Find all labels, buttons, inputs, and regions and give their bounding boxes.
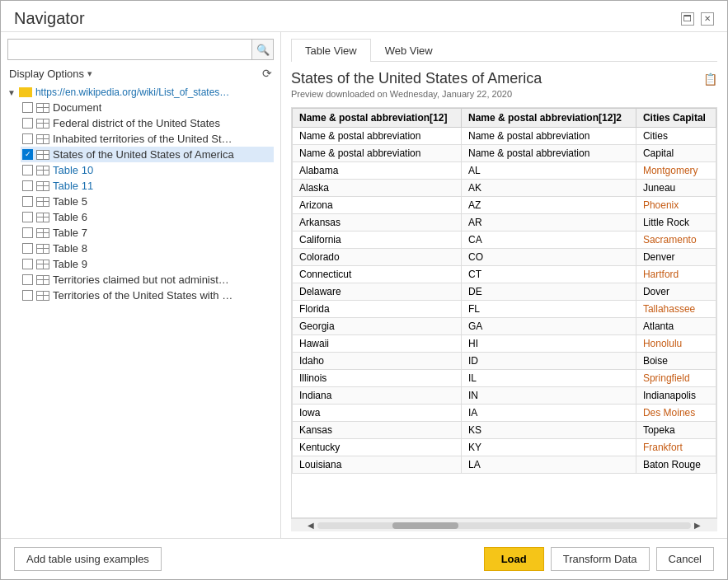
- tree-item-checkbox[interactable]: [22, 290, 33, 301]
- table-cell: ID: [461, 353, 636, 370]
- preview-export-icon[interactable]: 📋: [703, 72, 717, 86]
- tree-item[interactable]: Table 10: [21, 162, 274, 178]
- right-panel: Table View Web View States of the United…: [281, 32, 727, 538]
- tree-item-label: Inhabited territories of the United Stat…: [53, 133, 234, 145]
- table-row: Name & postal abbreviationName & postal …: [293, 145, 716, 162]
- tree-item-checkbox[interactable]: [22, 102, 33, 113]
- scroll-track[interactable]: [317, 522, 691, 529]
- tree-item[interactable]: Federal district of the United States: [21, 115, 274, 131]
- tree-item[interactable]: Document: [21, 100, 274, 115]
- table-cell: Boise: [636, 353, 716, 370]
- horizontal-scrollbar[interactable]: ◀ ▶: [291, 518, 717, 531]
- tree-item-checkbox[interactable]: [22, 212, 33, 222]
- title-bar: Navigator 🗖 ✕: [1, 1, 727, 31]
- display-options-button[interactable]: Display Options ▾: [9, 68, 92, 80]
- table-cell: Baton Rouge: [636, 456, 716, 474]
- tree-item-label: Table 8: [53, 242, 87, 255]
- load-button[interactable]: Load: [484, 547, 544, 571]
- tree-item-checkbox[interactable]: [22, 243, 33, 254]
- table-cell: Georgia: [293, 318, 462, 335]
- table-cell: Montgomery: [636, 162, 716, 180]
- tree-item-checkbox[interactable]: [22, 118, 33, 129]
- table-header-cell: Name & postal abbreviation[12]: [293, 109, 462, 128]
- table-wrapper[interactable]: Name & postal abbreviation[12]Name & pos…: [291, 107, 717, 518]
- tree-root-arrow: ▼: [7, 88, 16, 97]
- tree-item-checkbox[interactable]: [22, 165, 33, 175]
- table-cell: HI: [461, 335, 636, 353]
- tree-item-checkbox[interactable]: [22, 274, 33, 285]
- tree-item[interactable]: Inhabited territories of the United Stat…: [21, 131, 274, 147]
- table-row: AlaskaAKJuneau: [293, 180, 716, 197]
- table-row: IdahoIDBoise: [293, 353, 716, 370]
- tree-item-checkbox[interactable]: [22, 180, 33, 191]
- table-row: Name & postal abbreviationName & postal …: [293, 128, 716, 145]
- table-icon: [36, 103, 49, 113]
- table-row: IllinoisILSpringfield: [293, 370, 716, 387]
- tree-item[interactable]: Table 6: [21, 209, 274, 225]
- action-buttons: Load Transform Data Cancel: [484, 547, 714, 571]
- search-row: 🔍: [7, 39, 274, 60]
- refresh-icon[interactable]: ⟳: [262, 67, 272, 80]
- tree-item-label: Table 6: [53, 211, 87, 223]
- scroll-right-arrow[interactable]: ▶: [694, 521, 701, 530]
- table-icon: [36, 213, 49, 222]
- tree-item-checkbox[interactable]: [22, 227, 33, 238]
- tree-item[interactable]: States of the United States of America: [21, 147, 274, 162]
- tree-items-container: DocumentFederal district of the United S…: [7, 100, 274, 303]
- table-cell: Iowa: [293, 405, 462, 422]
- tree-item[interactable]: Table 8: [21, 241, 274, 256]
- tab-web-view[interactable]: Web View: [371, 39, 447, 62]
- table-cell: Alabama: [293, 162, 462, 180]
- tree-item-label: Territories claimed but not administered…: [53, 274, 234, 286]
- table-row: ConnecticutCTHartford: [293, 266, 716, 283]
- table-icon: [36, 244, 49, 254]
- tree-item-checkbox[interactable]: [22, 196, 33, 207]
- table-icon: [36, 291, 49, 301]
- table-icon: [36, 197, 49, 207]
- table-icon: [36, 166, 49, 175]
- table-cell: Hawaii: [293, 335, 462, 353]
- scroll-left-arrow[interactable]: ◀: [308, 521, 314, 530]
- search-input[interactable]: [7, 39, 252, 60]
- table-cell: Idaho: [293, 353, 462, 370]
- table-cell: CT: [461, 266, 636, 283]
- restore-button[interactable]: 🗖: [681, 12, 694, 26]
- table-cell: Honolulu: [636, 335, 716, 353]
- tree-item[interactable]: Table 9: [21, 256, 274, 272]
- table-icon: [36, 260, 49, 269]
- table-row: ColoradoCODenver: [293, 249, 716, 266]
- close-button[interactable]: ✕: [701, 12, 714, 26]
- navigator-dialog: Navigator 🗖 ✕ 🔍 Display Options ▾ ⟳: [0, 0, 728, 580]
- display-options-row: Display Options ▾ ⟳: [7, 67, 274, 80]
- cancel-button[interactable]: Cancel: [656, 547, 714, 571]
- table-cell: Florida: [293, 301, 462, 318]
- table-row: IndianaINIndianapolis: [293, 387, 716, 405]
- table-cell: Arkansas: [293, 214, 462, 232]
- table-cell: LA: [461, 456, 636, 474]
- table-cell: Des Moines: [636, 405, 716, 422]
- tree-item-checkbox[interactable]: [22, 133, 33, 144]
- search-icon[interactable]: 🔍: [252, 39, 274, 60]
- scroll-thumb[interactable]: [392, 522, 458, 529]
- tree-item[interactable]: Territories of the United States with no…: [21, 288, 274, 303]
- tree-item[interactable]: Table 11: [21, 178, 274, 194]
- table-icon: [36, 228, 49, 238]
- tree-item-checkbox[interactable]: [22, 259, 33, 269]
- transform-button[interactable]: Transform Data: [551, 547, 650, 571]
- table-cell: Frankfort: [636, 439, 716, 456]
- table-cell: California: [293, 232, 462, 249]
- table-cell: Capital: [636, 145, 716, 162]
- tree-root-item[interactable]: ▼ https://en.wikipedia.org/wiki/List_of_…: [7, 85, 274, 100]
- add-table-button[interactable]: Add table using examples: [14, 547, 162, 571]
- table-row: HawaiiHIHonolulu: [293, 335, 716, 353]
- tree-item[interactable]: Territories claimed but not administered…: [21, 272, 274, 288]
- table-cell: Louisiana: [293, 456, 462, 474]
- table-cell: Atlanta: [636, 318, 716, 335]
- table-cell: Connecticut: [293, 266, 462, 283]
- tree-item[interactable]: Table 7: [21, 225, 274, 241]
- tree-item-checkbox[interactable]: [22, 149, 33, 160]
- tab-table-view[interactable]: Table View: [291, 39, 371, 62]
- dialog-title: Navigator: [14, 9, 85, 28]
- table-cell: Phoenix: [636, 197, 716, 214]
- tree-item[interactable]: Table 5: [21, 194, 274, 209]
